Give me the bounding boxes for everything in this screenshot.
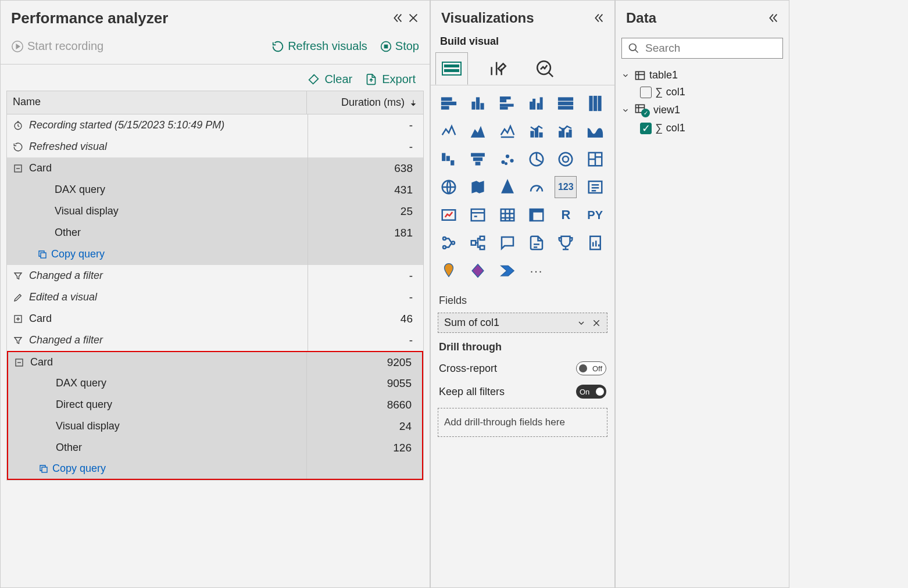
line-stacked-column-icon[interactable]	[526, 120, 548, 142]
card-icon[interactable]: 123	[555, 176, 577, 198]
svg-rect-35	[539, 133, 542, 138]
perf-row[interactable]: Recording started (5/15/2023 5:10:49 PM)…	[7, 114, 423, 136]
cross-report-toggle[interactable]: Off	[576, 361, 606, 375]
arcgis-map-icon[interactable]	[438, 260, 460, 282]
py-visual-icon[interactable]: PY	[584, 204, 606, 226]
build-visual-tab[interactable]	[435, 52, 468, 85]
data-collapse-icon[interactable]	[764, 10, 781, 26]
svg-rect-66	[480, 236, 485, 240]
r-visual-icon[interactable]: R	[555, 204, 577, 226]
treemap-icon[interactable]	[584, 148, 606, 170]
line-clustered-column-icon[interactable]	[555, 120, 577, 142]
azure-map-icon[interactable]	[496, 176, 519, 198]
multi-row-card-icon[interactable]	[584, 176, 606, 198]
paginated-report-icon[interactable]	[584, 232, 606, 254]
col-name[interactable]: Name	[7, 91, 307, 114]
tree-table1[interactable]: table1	[620, 67, 784, 84]
kpi-icon[interactable]	[438, 204, 460, 226]
perf-row[interactable]: Card638	[7, 157, 423, 179]
svg-point-62	[443, 237, 446, 240]
refresh-icon	[12, 141, 24, 153]
tree-table1-col1[interactable]: ∑ col1	[620, 84, 784, 101]
goals-icon[interactable]	[555, 232, 577, 254]
power-apps-icon[interactable]	[467, 260, 489, 282]
perf-row[interactable]: Copy query	[7, 243, 423, 265]
qa-icon[interactable]	[496, 232, 519, 254]
power-automate-icon[interactable]	[496, 260, 519, 282]
svg-rect-32	[598, 96, 601, 111]
stacked-column-icon[interactable]	[467, 92, 489, 114]
waterfall-icon[interactable]	[438, 148, 460, 170]
line-chart-icon[interactable]	[438, 120, 460, 142]
decomposition-tree-icon[interactable]	[467, 232, 489, 254]
chevron-down-icon[interactable]	[577, 318, 586, 328]
hundred-stacked-column-icon[interactable]	[584, 92, 606, 114]
checkbox-unchecked[interactable]	[640, 87, 652, 98]
copy-query-link[interactable]: Copy query	[13, 462, 106, 475]
ribbon-chart-icon[interactable]	[584, 120, 606, 142]
perf-row[interactable]: Edited a visual-	[7, 286, 423, 308]
svg-rect-25	[537, 103, 539, 109]
area-chart-icon[interactable]	[467, 120, 489, 142]
map-icon[interactable]	[438, 176, 460, 198]
gauge-icon[interactable]	[526, 176, 548, 198]
donut-icon[interactable]	[555, 148, 577, 170]
svg-rect-5	[41, 253, 46, 258]
perf-row[interactable]: Other126	[7, 437, 423, 458]
perf-row[interactable]: Copy query	[7, 458, 423, 480]
perf-row[interactable]: DAX query431	[7, 179, 423, 200]
svg-rect-21	[500, 104, 513, 106]
svg-point-47	[506, 155, 509, 158]
start-recording-button[interactable]: Start recording	[11, 40, 103, 53]
col-duration[interactable]: Duration (ms)	[307, 91, 423, 114]
scatter-icon[interactable]	[496, 148, 519, 170]
checkbox-checked[interactable]: ✓	[640, 123, 652, 134]
pie-icon[interactable]	[526, 148, 548, 170]
clustered-bar-icon[interactable]	[496, 92, 519, 114]
tree-view1-col1[interactable]: ✓ ∑ col1	[620, 120, 784, 137]
slicer-icon[interactable]	[467, 204, 489, 226]
table-icon	[634, 70, 646, 81]
stop-button[interactable]: Stop	[380, 40, 419, 53]
copy-query-link[interactable]: Copy query	[12, 248, 105, 260]
perf-row[interactable]: Card46	[7, 308, 423, 329]
field-sum-of-col1[interactable]: Sum of col1	[438, 313, 607, 333]
close-icon[interactable]	[405, 10, 421, 26]
perf-row[interactable]: Direct query8660	[7, 394, 423, 415]
collapse-icon[interactable]	[389, 10, 405, 26]
tree-view1[interactable]: ✓ view1	[620, 101, 784, 120]
filled-map-icon[interactable]	[467, 176, 489, 198]
drill-through-dropzone[interactable]: Add drill-through fields here	[438, 408, 607, 437]
export-button[interactable]: Export	[365, 73, 416, 86]
table-icon[interactable]	[496, 204, 519, 226]
pencil-icon	[12, 291, 24, 304]
perf-row[interactable]: Card9205	[7, 351, 423, 372]
smart-narrative-icon[interactable]	[526, 232, 548, 254]
svg-point-69	[630, 44, 637, 51]
stacked-bar-icon[interactable]	[438, 92, 460, 114]
hundred-stacked-bar-icon[interactable]	[555, 92, 577, 114]
perf-row[interactable]: Visual display24	[7, 415, 423, 437]
key-influencers-icon[interactable]	[438, 232, 460, 254]
perf-row[interactable]: DAX query9055	[7, 372, 423, 394]
svg-rect-19	[500, 97, 510, 99]
perf-row[interactable]: Changed a filter-	[7, 265, 423, 286]
remove-field-icon[interactable]	[592, 318, 601, 328]
perf-row[interactable]: Refreshed visual-	[7, 136, 423, 157]
keep-filters-toggle[interactable]: On	[576, 385, 606, 399]
perf-row[interactable]: Other181	[7, 222, 423, 243]
perf-row[interactable]: Changed a filter-	[7, 329, 423, 351]
perf-row[interactable]: Visual display25	[7, 200, 423, 222]
format-visual-tab[interactable]	[482, 52, 514, 85]
funnel-icon[interactable]	[467, 148, 489, 170]
refresh-visuals-button[interactable]: Refresh visuals	[271, 40, 367, 53]
more-visuals-icon[interactable]: ···	[526, 260, 548, 282]
matrix-icon[interactable]	[526, 204, 548, 226]
stacked-area-icon[interactable]	[496, 120, 519, 142]
clustered-column-icon[interactable]	[526, 92, 548, 114]
analytics-tab[interactable]	[528, 52, 561, 85]
clear-button[interactable]: Clear	[308, 73, 352, 86]
svg-rect-13	[442, 98, 452, 101]
viz-collapse-icon[interactable]	[590, 10, 606, 26]
search-input[interactable]: Search	[621, 38, 783, 59]
